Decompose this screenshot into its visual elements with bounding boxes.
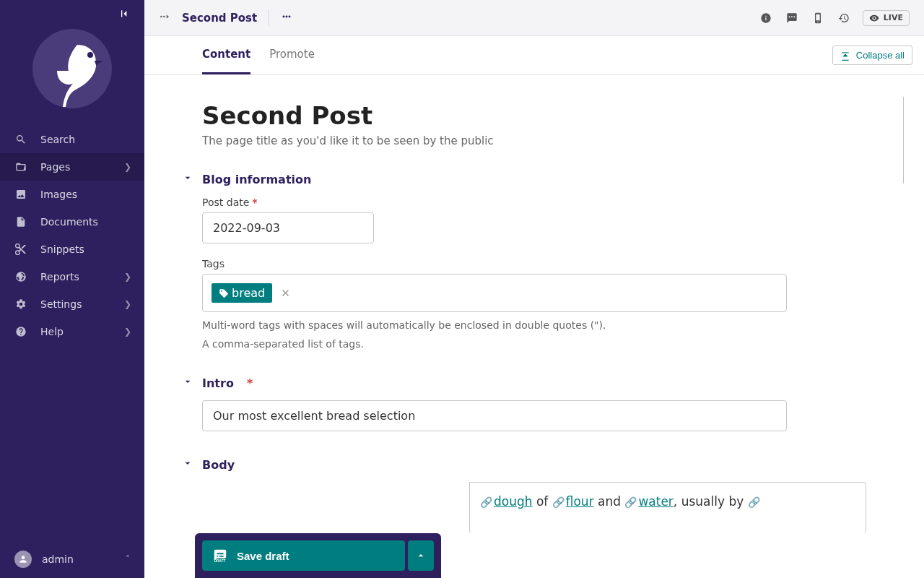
divider xyxy=(269,9,269,27)
help-icon xyxy=(14,326,27,337)
mobile-icon xyxy=(812,12,824,24)
tags-input[interactable]: bread ✕ xyxy=(202,274,787,312)
chevron-down-icon xyxy=(182,457,192,472)
tags-label: Tags xyxy=(202,258,866,269)
more-horizontal-icon xyxy=(281,11,292,22)
image-icon xyxy=(14,189,27,200)
svg-point-1 xyxy=(87,52,93,58)
history-button[interactable] xyxy=(837,11,851,25)
save-more-button[interactable] xyxy=(408,540,434,571)
sidebar-item-label: Help xyxy=(40,326,64,337)
header: Second Post LIVE xyxy=(144,0,924,36)
sidebar-collapse-button[interactable] xyxy=(120,7,131,22)
section-blog-information[interactable]: Blog information xyxy=(182,172,866,186)
page-header-title: Second Post xyxy=(182,12,257,25)
tab-promote[interactable]: Promote xyxy=(269,36,315,74)
chevron-up-icon: ˄ xyxy=(126,554,130,564)
preview-button[interactable] xyxy=(811,11,825,25)
tab-label: Content xyxy=(202,48,250,61)
sidebar-item-label: Images xyxy=(40,189,77,200)
svg-point-6 xyxy=(289,16,291,18)
section-heading: Body xyxy=(202,458,235,472)
label-text: Post date xyxy=(202,197,249,208)
sidebar-item-label: Settings xyxy=(40,298,82,310)
required-asterisk: * xyxy=(252,197,257,208)
body-link[interactable]: flour xyxy=(566,494,594,509)
gear-icon xyxy=(14,298,27,310)
globe-icon xyxy=(14,271,27,282)
chevron-right-icon: ❯ xyxy=(124,162,131,172)
chevron-up-icon xyxy=(415,550,427,561)
sidebar-search[interactable]: Search xyxy=(0,126,144,153)
history-icon xyxy=(838,12,850,24)
user-icon xyxy=(18,554,28,564)
avatar xyxy=(14,551,32,568)
chat-icon xyxy=(786,12,798,24)
save-draft-label: Save draft xyxy=(237,550,289,562)
live-badge-label: LIVE xyxy=(884,13,903,22)
link-icon: 🔗 xyxy=(748,496,760,508)
sidebar-user[interactable]: admin ˄ xyxy=(0,540,144,578)
sidebar-item-settings[interactable]: Settings ❯ xyxy=(0,290,144,318)
draft-icon: DRAFT xyxy=(212,548,228,564)
sidebar-item-snippets[interactable]: Snippets xyxy=(0,236,144,263)
body-link[interactable]: water xyxy=(638,494,673,509)
sidebar: Search Pages ❯ Images Documents Snippe xyxy=(0,0,144,578)
header-right: LIVE xyxy=(759,10,910,26)
section-body[interactable]: Body xyxy=(182,457,866,472)
minimap[interactable] xyxy=(903,97,904,184)
section-heading: Blog information xyxy=(202,173,311,186)
info-button[interactable] xyxy=(759,11,773,25)
tags-help-1: Multi-word tags with spaces will automat… xyxy=(202,319,866,331)
svg-point-4 xyxy=(283,16,285,18)
eye-icon xyxy=(869,13,879,23)
svg-point-2 xyxy=(160,15,162,17)
sidebar-item-pages[interactable]: Pages ❯ xyxy=(0,153,144,181)
sidebar-item-label: Reports xyxy=(40,271,79,282)
body-richtext[interactable]: 🔗dough of 🔗flour and 🔗water, usually by … xyxy=(469,482,866,533)
svg-rect-0 xyxy=(121,10,122,17)
search-icon xyxy=(14,134,27,145)
page-actions-button[interactable] xyxy=(281,10,292,25)
live-status-badge[interactable]: LIVE xyxy=(863,10,910,26)
svg-text:DRAFT: DRAFT xyxy=(214,559,226,563)
info-icon xyxy=(760,12,772,24)
breadcrumb-expand-button[interactable] xyxy=(159,11,170,25)
content-area: Second Post The page title as you'd like… xyxy=(144,75,924,578)
tag-icon xyxy=(219,288,229,298)
wagtail-logo-icon xyxy=(32,29,112,108)
link-icon: 🔗 xyxy=(624,496,637,508)
chevron-right-icon: ❯ xyxy=(124,299,131,309)
save-draft-button[interactable]: DRAFT Save draft xyxy=(202,540,405,571)
sidebar-nav: Search Pages ❯ Images Documents Snippe xyxy=(0,126,144,345)
collapse-all-label: Collapse all xyxy=(856,50,905,61)
sidebar-item-reports[interactable]: Reports ❯ xyxy=(0,263,144,290)
body-text: of xyxy=(533,494,552,509)
post-date-input[interactable] xyxy=(202,212,374,243)
main: Second Post LIVE Content xyxy=(144,0,924,578)
intro-input[interactable] xyxy=(202,400,787,431)
sidebar-item-label: Documents xyxy=(40,216,98,228)
page-title[interactable]: Second Post xyxy=(202,101,866,130)
sidebar-item-label: Snippets xyxy=(40,243,84,255)
sidebar-item-help[interactable]: Help ❯ xyxy=(0,318,144,345)
comments-button[interactable] xyxy=(785,11,799,25)
tag-remove-button[interactable]: ✕ xyxy=(281,287,290,300)
body-text: and xyxy=(594,494,625,509)
tab-content[interactable]: Content xyxy=(202,36,250,74)
link-icon: 🔗 xyxy=(480,496,492,508)
sidebar-item-images[interactable]: Images xyxy=(0,181,144,208)
svg-rect-7 xyxy=(842,52,848,53)
tabs: Content Promote xyxy=(202,36,315,74)
page-title-help: The page title as you'd like it to be se… xyxy=(202,134,866,147)
dots-arrow-icon xyxy=(159,11,170,22)
collapse-up-icon xyxy=(840,51,850,61)
sidebar-item-documents[interactable]: Documents xyxy=(0,208,144,236)
tags-help-2: A comma-separated list of tags. xyxy=(202,338,866,350)
tag-chip: bread xyxy=(212,283,272,303)
collapse-all-button[interactable]: Collapse all xyxy=(832,46,912,65)
section-intro[interactable]: Intro* xyxy=(182,376,866,390)
body-link[interactable]: dough xyxy=(494,494,533,509)
tag-text: bread xyxy=(232,286,265,300)
tab-label: Promote xyxy=(269,48,315,61)
